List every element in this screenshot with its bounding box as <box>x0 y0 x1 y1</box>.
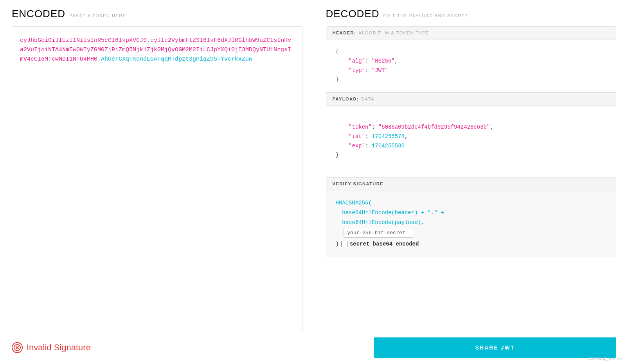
token-part3: AhUeTCXqTXondLOAFqqMTdpzt3gPiqZb5TYvcrkx… <box>101 56 252 63</box>
header-sublabel: ALGORITHM & TOKEN TYPE <box>358 30 429 35</box>
decoded-section-title: Decoded EDIT THE PAYLOAD AND SECRET <box>326 8 617 20</box>
payload-label: PAYLOAD: <box>333 97 359 101</box>
base64-checkbox-row: ) secret base64 encoded <box>336 239 607 249</box>
payload-iat-key: "iat" <box>349 133 365 140</box>
verify-section-header: VERIFY SIGNATURE <box>326 178 616 190</box>
payload-token-val: "5086a09b2dc4f4bfd9295f942428c63b" <box>378 124 490 130</box>
header-colon2: : <box>365 67 372 74</box>
header-section-header: HEADER:ALGORITHM & TOKEN TYPE <box>326 27 616 39</box>
token-part1: eyJhbGciOiJIUzI1NiIsInR5cCI6IkpXVCJ9 <box>20 37 147 44</box>
header-typ-val: "JWT" <box>372 67 388 74</box>
payload-colon3: : <box>365 143 372 149</box>
header-alg-val: "HS256" <box>372 58 395 64</box>
payload-section-header: PAYLOAD:DATA <box>326 93 616 106</box>
encoded-section-title: Encoded PASTE A TOKEN HERE <box>12 8 302 20</box>
hmac-param2: base64UrlEncode(payload), <box>342 219 424 226</box>
encoded-panel: Encoded PASTE A TOKEN HERE eyJhbGciOiJIU… <box>0 0 314 364</box>
decoded-sections-container: HEADER:ALGORITHM & TOKEN TYPE { "alg": "… <box>326 26 617 356</box>
decoded-subtitle: EDIT THE PAYLOAD AND SECRET <box>383 13 468 18</box>
share-jwt-button[interactable]: SHARE JWT <box>374 337 616 358</box>
hmac-fn-name: HMACSHA256( <box>336 200 372 206</box>
invalid-signature-text: Invalid Signature <box>27 342 91 353</box>
bottom-bar: Invalid Signature SHARE JWT <box>0 331 628 364</box>
hmac-param1: base64UrlEncode(header) + "." + <box>342 210 444 216</box>
verify-section-body: HMACSHA256( base64UrlEncode(header) + ".… <box>326 190 616 257</box>
header-section: HEADER:ALGORITHM & TOKEN TYPE { "alg": "… <box>326 27 616 93</box>
header-section-body[interactable]: { "alg": "HS256", "typ": "JWT" } <box>326 39 616 92</box>
hmac-secret-line <box>336 228 607 238</box>
hmac-line1: HMACSHA256( <box>336 198 607 208</box>
invalid-signature-indicator: Invalid Signature <box>12 342 91 353</box>
header-colon1: : <box>365 58 372 64</box>
payload-token-key: "token" <box>349 124 372 130</box>
base64-checkbox[interactable] <box>341 241 347 247</box>
encoded-token-text: eyJhbGciOiJIUzI1NiIsInR5cCI6IkpXVCJ9.eyJ… <box>20 36 294 64</box>
x-circle-icon <box>14 344 21 351</box>
payload-sublabel: DATA <box>361 97 374 101</box>
header-label: HEADER: <box>333 30 356 35</box>
base64-checkbox-label: secret base64 encoded <box>350 239 419 249</box>
hmac-line3: base64UrlEncode(payload), <box>336 218 607 228</box>
payload-section-body[interactable]: "token": "5086a09b2dc4f4bfd9295f942428c6… <box>326 106 616 177</box>
footer-credit: CSDN @_rev1ve <box>588 356 622 361</box>
hmac-line2: base64UrlEncode(header) + "." + <box>336 208 607 218</box>
invalid-icon <box>12 342 23 353</box>
encoded-title: Encoded <box>12 8 65 20</box>
header-typ-key: "typ" <box>349 67 365 74</box>
header-close-brace: } <box>336 76 339 82</box>
payload-colon2: : <box>365 133 372 140</box>
verify-section: VERIFY SIGNATURE HMACSHA256( base64UrlEn… <box>326 178 616 257</box>
payload-iat-val: 1704255578 <box>372 133 405 140</box>
header-comma1: , <box>395 58 398 64</box>
token-dot2: . <box>97 56 101 63</box>
verify-label: VERIFY SIGNATURE <box>333 181 384 186</box>
secret-input[interactable] <box>344 228 413 238</box>
decoded-title: Decoded <box>326 8 380 20</box>
decoded-panel: Decoded EDIT THE PAYLOAD AND SECRET HEAD… <box>314 0 628 364</box>
encoded-subtitle: PASTE A TOKEN HERE <box>69 13 126 18</box>
token-dot1: . <box>147 37 150 44</box>
payload-colon1: : <box>372 124 378 130</box>
payload-exp-key: "exp" <box>349 143 365 149</box>
encoded-token-box[interactable]: eyJhbGciOiJIUzI1NiIsInR5cCI6IkpXVCJ9.eyJ… <box>12 26 302 356</box>
payload-close-brace: } <box>336 152 339 158</box>
header-open-brace: { <box>336 48 339 55</box>
header-alg-key: "alg" <box>349 58 365 64</box>
hmac-close-paren: ) <box>336 239 339 249</box>
payload-section: PAYLOAD:DATA "token": "5086a09b2dc4f4bfd… <box>326 93 616 178</box>
payload-exp-val: 1704255580 <box>372 143 405 149</box>
